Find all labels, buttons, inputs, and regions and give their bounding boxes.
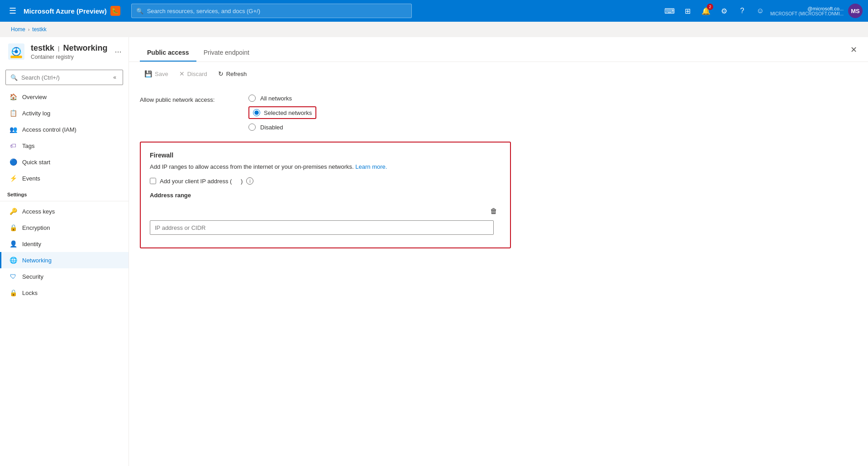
svg-point-6 [11,52,13,53]
sidebar-nav-networking[interactable]: 🌐 Networking [0,252,129,268]
radio-selected-networks-input[interactable] [253,109,260,116]
sidebar-nav-encryption-label: Encryption [22,224,50,231]
resource-subtitle: Container registry [31,54,107,60]
sidebar-divider [0,201,129,201]
search-placeholder-text: Search resources, services, and docs (G+… [147,8,260,14]
discard-icon: ✕ [179,70,185,77]
radio-disabled[interactable]: Disabled [248,124,316,131]
events-icon: ⚡ [9,174,18,183]
resource-icon [7,43,25,61]
save-label: Save [155,71,168,77]
portal-settings-icon[interactable]: ⊞ [680,3,696,19]
identity-icon: 👤 [9,239,18,248]
sidebar-nav-tags[interactable]: 🏷 Tags [0,138,129,154]
learn-more-link[interactable]: Learn more. [355,163,387,170]
sidebar-nav-access-keys-label: Access keys [22,208,55,215]
more-options-button[interactable]: ··· [113,45,123,58]
sidebar-nav-events-label: Events [22,175,40,182]
network-access-radio-group: All networks Selected networks Disabled [248,95,316,131]
tags-icon: 🏷 [9,141,18,150]
resource-page: Networking [63,43,107,53]
search-icon: 🔍 [136,8,143,14]
resource-name: testkk [31,43,54,53]
ip-address-input[interactable] [150,220,494,235]
user-email: @microsoft.co... [807,6,844,11]
address-range-row [150,220,501,235]
settings-icon[interactable]: ⚙ [716,3,732,19]
sidebar-nav-encryption[interactable]: 🔒 Encryption [0,219,129,236]
user-profile[interactable]: @microsoft.co... MICROSOFT (MICROSOFT.ON… [770,4,863,18]
app-title: Microsoft Azure (Preview) [24,7,107,15]
save-icon: 💾 [144,70,152,77]
radio-all-networks-input[interactable] [248,95,256,102]
radio-selected-networks[interactable]: Selected networks [248,106,316,119]
client-ip-suffix: ) [241,178,243,185]
tabs-bar: Public access Private endpoint [129,44,868,62]
access-control-icon: 👥 [9,125,18,134]
client-ip-row: Add your client IP address ( ) i [150,177,501,185]
firewall-section: Firewall Add IP ranges to allow access f… [140,142,511,248]
networking-icon: 🌐 [9,256,18,265]
client-ip-value [235,178,237,185]
app-body: Home › testkk [0,22,868,466]
breadcrumb-resource[interactable]: testkk [32,26,46,33]
global-search[interactable]: 🔍 Search resources, services, and docs (… [131,4,412,18]
sidebar-nav-identity-label: Identity [22,241,41,247]
discard-button[interactable]: ✕ Discard [175,67,212,80]
breadcrumb: Home › testkk [0,22,868,37]
sidebar-nav-quick-start[interactable]: 🔵 Quick start [0,154,129,170]
sidebar-nav-access-control-label: Access control (IAM) [22,126,76,133]
sidebar-nav-access-control[interactable]: 👥 Access control (IAM) [0,121,129,138]
feedback-icon[interactable]: ☺ [752,3,768,19]
sidebar-nav-security-label: Security [22,273,43,280]
delete-address-button[interactable]: 🗑 [486,204,501,219]
bug-icon[interactable]: 🐛 [110,6,120,16]
radio-disabled-input[interactable] [248,124,256,131]
refresh-button[interactable]: ↻ Refresh [214,67,252,80]
radio-selected-networks-label: Selected networks [264,109,312,116]
sidebar-nav-overview[interactable]: 🏠 Overview [0,89,129,105]
sidebar-nav-activity-log-label: Activity log [22,110,50,117]
refresh-icon: ↻ [218,70,224,77]
sidebar-nav-tags-label: Tags [22,143,34,149]
help-icon[interactable]: ? [734,3,750,19]
user-org: MICROSOFT (MICROSOFT.ONMI... [770,11,844,16]
sidebar-nav-identity[interactable]: 👤 Identity [0,236,129,252]
tab-private-endpoint[interactable]: Private endpoint [196,44,257,62]
user-avatar: MS [848,4,863,18]
notification-count: 2 [707,4,713,10]
sidebar-search-icon: 🔍 [10,74,18,81]
sidebar-search-input[interactable] [21,74,108,81]
top-navigation: ☰ Microsoft Azure (Preview) 🐛 🔍 Search r… [0,0,868,22]
overview-icon: 🏠 [9,92,18,101]
collapse-sidebar-button[interactable]: « [111,72,118,82]
sidebar-nav-access-keys[interactable]: 🔑 Access keys [0,203,129,219]
client-ip-label: Add your client IP address ( [160,178,232,185]
client-ip-checkbox[interactable] [150,178,156,184]
sidebar-nav-events[interactable]: ⚡ Events [0,170,129,186]
topnav-right-section: ⌨ ⊞ 🔔 2 ⚙ ? ☺ @microsoft.co... MICROSOFT… [662,3,863,19]
sidebar-nav-locks[interactable]: 🔒 Locks [0,285,129,301]
toolbar: 💾 Save ✕ Discard ↻ Refresh [129,62,868,86]
cloud-shell-icon[interactable]: ⌨ [662,3,678,19]
sidebar-nav-networking-label: Networking [22,257,52,264]
save-button[interactable]: 💾 Save [140,67,173,80]
breadcrumb-separator: › [28,27,29,32]
resource-title-area: testkk | Networking Container registry [31,43,107,60]
close-button[interactable]: ✕ [846,43,861,57]
sidebar-nav-locks-label: Locks [22,290,38,296]
sidebar-nav-security[interactable]: 🛡 Security [0,268,129,285]
sidebar-nav-activity-log[interactable]: 📋 Activity log [0,105,129,121]
svg-point-8 [19,52,21,53]
notifications-icon[interactable]: 🔔 2 [698,3,714,19]
radio-all-networks[interactable]: All networks [248,95,316,102]
tab-public-access[interactable]: Public access [140,44,196,62]
sidebar-nav-overview-label: Overview [22,94,47,100]
svg-point-5 [12,48,14,50]
hamburger-menu[interactable]: ☰ [5,4,20,18]
address-range-label: Address range [150,192,501,199]
client-ip-info-icon[interactable]: i [246,177,253,185]
breadcrumb-home[interactable]: Home [11,26,25,33]
main-panel: ✕ Public access Private endpoint 💾 Save … [129,37,868,466]
quick-start-icon: 🔵 [9,157,18,166]
